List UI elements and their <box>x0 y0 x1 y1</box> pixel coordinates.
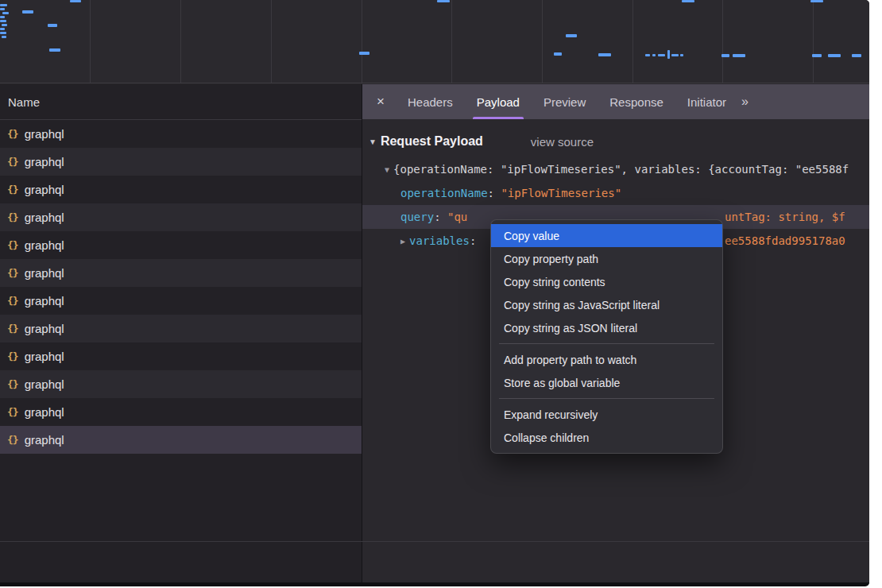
json-braces-icon: {} <box>7 267 18 279</box>
network-request-row[interactable]: {}graphql <box>0 315 362 342</box>
network-request-row[interactable]: {}graphql <box>0 148 362 176</box>
network-request-row[interactable]: {}graphql <box>0 176 362 203</box>
request-timing-bar <box>652 54 656 56</box>
bottom-divider <box>0 541 869 542</box>
request-name-label: graphql <box>25 266 64 280</box>
request-name-label: graphql <box>25 238 64 252</box>
menu-item[interactable]: Copy string contents <box>491 270 722 293</box>
request-timing-bar <box>0 4 7 6</box>
network-request-row[interactable]: {}graphql <box>0 426 362 454</box>
property-value-continued: untTag: string, $f <box>725 205 845 229</box>
request-timing-bar <box>48 24 57 27</box>
request-timing-bar <box>0 32 6 34</box>
request-timing-bar <box>645 54 650 56</box>
request-timing-bar <box>566 34 577 37</box>
column-header-name[interactable]: Name <box>0 84 362 120</box>
property-key: query <box>400 211 434 223</box>
tab-payload[interactable]: Payload <box>465 84 532 119</box>
request-name-label: graphql <box>25 433 64 447</box>
menu-item[interactable]: Copy property path <box>491 247 722 270</box>
network-request-row[interactable]: {}graphql <box>0 287 362 315</box>
request-timing-bar <box>810 0 823 2</box>
network-request-row[interactable]: {}graphql <box>0 203 362 231</box>
json-braces-icon: {} <box>7 239 18 251</box>
json-braces-icon: {} <box>7 434 18 446</box>
requests-panel: Name {}graphql{}graphql{}graphql{}graphq… <box>0 84 362 582</box>
devtools-window: Name {}graphql{}graphql{}graphql{}graphq… <box>0 0 869 586</box>
request-timing-bar <box>2 36 6 38</box>
menu-separator <box>499 398 714 399</box>
request-timing-bar <box>0 16 5 18</box>
network-overview[interactable] <box>0 0 869 83</box>
json-braces-icon: {} <box>7 295 18 307</box>
json-braces-icon: {} <box>7 406 18 418</box>
network-request-row[interactable]: {}graphql <box>0 120 362 148</box>
request-timing-bar <box>359 52 369 55</box>
overview-gridline <box>542 0 543 83</box>
network-request-row[interactable]: {}graphql <box>0 370 362 398</box>
request-timing-bar <box>2 24 7 26</box>
network-request-row[interactable]: {}graphql <box>0 342 362 370</box>
overview-gridline <box>180 0 181 83</box>
menu-item[interactable]: Copy value <box>491 224 722 247</box>
root-expand-icon[interactable]: ▼ <box>385 165 389 174</box>
request-name-label: graphql <box>25 294 64 308</box>
request-name-label: graphql <box>25 377 64 391</box>
colon: : <box>470 234 483 247</box>
more-tabs-button[interactable]: » <box>741 95 749 109</box>
details-tabbar: × HeadersPayloadPreviewResponseInitiator… <box>362 84 869 119</box>
request-timing-bar <box>721 54 729 57</box>
request-name-label: graphql <box>25 211 64 224</box>
request-name-label: graphql <box>25 183 64 196</box>
property-key: variables <box>409 234 470 247</box>
payload-row-operation-name[interactable]: operationName: "ipFlowTimeseries" <box>362 181 869 205</box>
request-timing-bar <box>671 54 679 56</box>
tab-preview[interactable]: Preview <box>532 84 598 119</box>
request-timing-bar <box>2 12 9 14</box>
menu-separator <box>499 343 714 344</box>
view-source-link[interactable]: view source <box>531 135 594 149</box>
menu-item[interactable]: Expand recursively <box>491 403 722 426</box>
property-value: "ipFlowTimeseries" <box>501 187 621 199</box>
request-list: {}graphql{}graphql{}graphql{}graphql{}gr… <box>0 120 362 454</box>
request-timing-bar <box>70 0 81 2</box>
menu-item[interactable]: Copy string as JSON literal <box>491 316 722 339</box>
variables-expand-icon[interactable]: ▶ <box>400 237 405 246</box>
section-title: Request Payload <box>381 134 483 149</box>
json-braces-icon: {} <box>7 378 18 390</box>
tab-initiator[interactable]: Initiator <box>675 84 738 119</box>
property-key: operationName <box>400 187 488 199</box>
request-timing-bar <box>667 50 670 59</box>
json-braces-icon: {} <box>7 350 18 362</box>
menu-item[interactable]: Copy string as JavaScript literal <box>491 293 722 316</box>
request-timing-bar <box>682 0 694 2</box>
section-collapse-icon[interactable]: ▼ <box>369 137 377 146</box>
tab-headers[interactable]: Headers <box>396 84 465 119</box>
network-request-row[interactable]: {}graphql <box>0 231 362 259</box>
network-request-row[interactable]: {}graphql <box>0 398 362 426</box>
json-braces-icon: {} <box>7 128 18 140</box>
close-details-button[interactable]: × <box>370 94 391 110</box>
menu-item[interactable]: Collapse children <box>491 426 722 449</box>
payload-root-row[interactable]: ▼ {operationName: "ipFlowTimeseries", va… <box>362 157 869 181</box>
json-braces-icon: {} <box>7 184 18 195</box>
tab-response[interactable]: Response <box>598 84 675 119</box>
request-timing-bar <box>680 54 683 56</box>
overview-gridline <box>271 0 272 83</box>
menu-item[interactable]: Add property path to watch <box>491 348 722 371</box>
request-timing-bar <box>49 48 60 52</box>
request-timing-bar <box>22 10 33 14</box>
context-menu: Copy valueCopy property pathCopy string … <box>490 219 723 454</box>
request-timing-bar <box>733 54 745 57</box>
request-timing-bar <box>0 28 5 30</box>
menu-item[interactable]: Store as global variable <box>491 371 722 394</box>
request-name-label: graphql <box>25 155 64 168</box>
request-timing-bar <box>658 54 665 56</box>
request-payload-section: ▼ Request Payload view source <box>362 129 869 154</box>
root-preview: {operationName: "ipFlowTimeseries", vari… <box>393 163 849 176</box>
request-timing-bar <box>0 20 6 22</box>
request-timing-bar <box>598 53 611 56</box>
network-request-row[interactable]: {}graphql <box>0 259 362 287</box>
colon: : <box>488 187 501 199</box>
property-value-start: "qu <box>447 211 467 223</box>
